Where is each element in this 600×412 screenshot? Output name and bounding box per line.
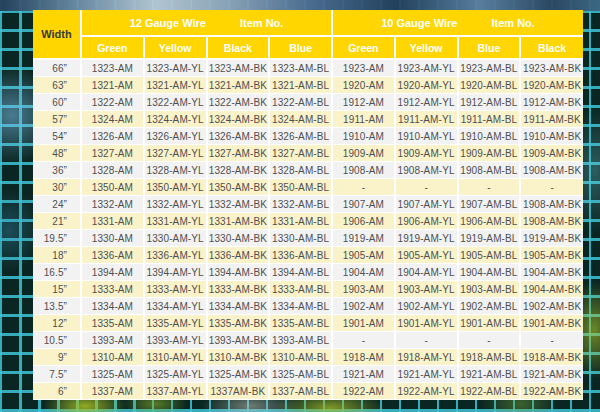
column-header-12g-yellow: Yellow: [144, 36, 207, 59]
item-no-cell: 1326-AM-YL: [144, 128, 207, 145]
item-no-cell: 1920-AM-YL: [395, 77, 458, 94]
color-header-row: Green Yellow Black Blue Green Yellow Blu…: [33, 36, 583, 59]
table-header: Width 12 Gauge Wire Item No. 10 Gauge Wi…: [33, 10, 583, 59]
width-cell: 9”: [33, 349, 81, 366]
width-cell: 36”: [33, 162, 81, 179]
item-no-cell: 1333-AM-YL: [144, 281, 207, 298]
item-no-cell: 1330-AM: [81, 230, 144, 247]
item-no-cell: -: [395, 332, 458, 349]
table-row: 54”1326-AM1326-AM-YL1326-AM-BK1326-AM-BL…: [33, 128, 583, 145]
item-no-cell: 1322-AM-YL: [144, 94, 207, 111]
item-no-cell: 1905-AM: [332, 247, 395, 264]
item-no-cell: 1912-AM-BL: [458, 94, 521, 111]
item-no-cell: -: [332, 179, 395, 196]
item-no-cell: 1919-AM-YL: [395, 230, 458, 247]
item-no-cell: 1321-AM-YL: [144, 77, 207, 94]
width-cell: 60”: [33, 94, 81, 111]
item-no-cell: 1911-AM-BK: [520, 111, 583, 128]
item-no-cell: 1923-AM-BL: [458, 59, 521, 77]
item-no-cell: 1921-AM: [332, 366, 395, 383]
item-no-cell: 1903-AM: [332, 281, 395, 298]
item-no-cell: 1321-AM-BK: [207, 77, 270, 94]
width-column-header: Width: [33, 10, 81, 59]
item-no-cell: 1331-AM-BL: [269, 213, 332, 230]
table-row: 36”1328-AM1328-AM-YL1328-AM-BK1328-AM-BL…: [33, 162, 583, 179]
item-no-cell: 1904-AM: [332, 264, 395, 281]
gauge-label-12: 12 Gauge Wire: [130, 17, 206, 29]
wire-item-number-table: Width 12 Gauge Wire Item No. 10 Gauge Wi…: [33, 10, 583, 400]
item-no-cell: 1331-AM: [81, 213, 144, 230]
item-no-cell: 1394-AM-YL: [144, 264, 207, 281]
item-no-cell: 1908-AM-YL: [395, 162, 458, 179]
item-no-cell: 1923-AM: [332, 59, 395, 77]
item-no-cell: 1921-AM-YL: [395, 366, 458, 383]
item-no-cell: 1394-AM-BL: [269, 264, 332, 281]
item-no-cell: 1337-AM: [81, 383, 144, 400]
width-cell: 6”: [33, 383, 81, 400]
item-no-cell: 1904-AM-BK: [520, 264, 583, 281]
item-no-cell: 1322-AM-BK: [207, 94, 270, 111]
item-no-cell: 1335-AM: [81, 315, 144, 332]
column-header-10g-blue: Blue: [458, 36, 521, 59]
item-no-cell: 1336-AM-YL: [144, 247, 207, 264]
item-no-cell: 1327-AM-BL: [269, 145, 332, 162]
item-no-cell: 1310-AM-BL: [269, 349, 332, 366]
item-no-cell: 1902-AM-BK: [520, 298, 583, 315]
item-no-cell: -: [395, 179, 458, 196]
table-row: 10.5”1393-AM1393-AM-YL1393-AM-BK1393-AM-…: [33, 332, 583, 349]
item-no-cell: 1350-AM-YL: [144, 179, 207, 196]
table-row: 16.5”1394-AM1394-AM-YL1394-AM-BK1394-AM-…: [33, 264, 583, 281]
item-no-cell: 1902-AM-BL: [458, 298, 521, 315]
item-no-cell: 1921-AM-BL: [458, 366, 521, 383]
item-no-cell: 1911-AM: [332, 111, 395, 128]
table-row: 13.5”1334-AM1334-AM-YL1334-AM-BK1334-AM-…: [33, 298, 583, 315]
item-no-cell: 1326-AM: [81, 128, 144, 145]
item-no-cell: 1337-AM-BL: [269, 383, 332, 400]
item-no-cell: 1919-AM-BK: [520, 230, 583, 247]
item-no-cell: 1918-AM-YL: [395, 349, 458, 366]
item-no-cell: 1331-AM-BK: [207, 213, 270, 230]
item-no-cell: 1910-AM: [332, 128, 395, 145]
item-no-cell: 1393-AM-YL: [144, 332, 207, 349]
item-no-cell: 1918-AM-BK: [520, 349, 583, 366]
item-no-cell: 1332-AM-BL: [269, 196, 332, 213]
item-no-cell: 1910-AM-YL: [395, 128, 458, 145]
table-row: 57”1324-AM1324-AM-YL1324-AM-BK1324-AM-BL…: [33, 111, 583, 128]
item-no-cell: 1334-AM-BK: [207, 298, 270, 315]
item-no-cell: 1922-AM-YL: [395, 383, 458, 400]
width-cell: 15”: [33, 281, 81, 298]
width-cell: 48”: [33, 145, 81, 162]
column-header-12g-blue: Blue: [269, 36, 332, 59]
item-no-cell: 1326-AM-BK: [207, 128, 270, 145]
item-no-cell: 1323-AM-BL: [269, 59, 332, 77]
item-no-cell: 1907-AM: [332, 196, 395, 213]
item-no-cell: 1919-AM: [332, 230, 395, 247]
width-cell: 12”: [33, 315, 81, 332]
item-no-label-12: Item No.: [240, 17, 283, 29]
table-row: 63”1321-AM1321-AM-YL1321-AM-BK1321-AM-BL…: [33, 77, 583, 94]
item-no-cell: 1923-AM-BK: [520, 59, 583, 77]
item-no-cell: 1918-AM-BL: [458, 349, 521, 366]
item-no-cell: 1334-AM-BL: [269, 298, 332, 315]
width-cell: 10.5”: [33, 332, 81, 349]
item-no-cell: 1335-AM-BK: [207, 315, 270, 332]
item-no-cell: 1922-AM: [332, 383, 395, 400]
table-row: 15”1333-AM1333-AM-YL1333-AM-BK1333-AM-BL…: [33, 281, 583, 298]
item-no-cell: 1393-AM-BK: [207, 332, 270, 349]
item-no-cell: 1908-AM: [332, 162, 395, 179]
item-no-cell: 1920-AM: [332, 77, 395, 94]
item-no-cell: 1327-AM-YL: [144, 145, 207, 162]
group-header-10-gauge: 10 Gauge Wire Item No.: [332, 10, 583, 36]
item-no-cell: 1330-AM-BL: [269, 230, 332, 247]
width-cell: 13.5”: [33, 298, 81, 315]
item-no-cell: 1919-AM-BL: [458, 230, 521, 247]
item-no-cell: 1909-AM-BL: [458, 145, 521, 162]
item-no-cell: 1327-AM-BK: [207, 145, 270, 162]
item-no-cell: 1910-AM-BL: [458, 128, 521, 145]
item-no-cell: 1333-AM-BK: [207, 281, 270, 298]
table-row: 21”1331-AM1331-AM-YL1331-AM-BK1331-AM-BL…: [33, 213, 583, 230]
item-no-cell: 1325-AM-BL: [269, 366, 332, 383]
item-no-cell: 1331-AM-YL: [144, 213, 207, 230]
item-no-cell: 1332-AM-YL: [144, 196, 207, 213]
item-no-cell: 1902-AM-YL: [395, 298, 458, 315]
